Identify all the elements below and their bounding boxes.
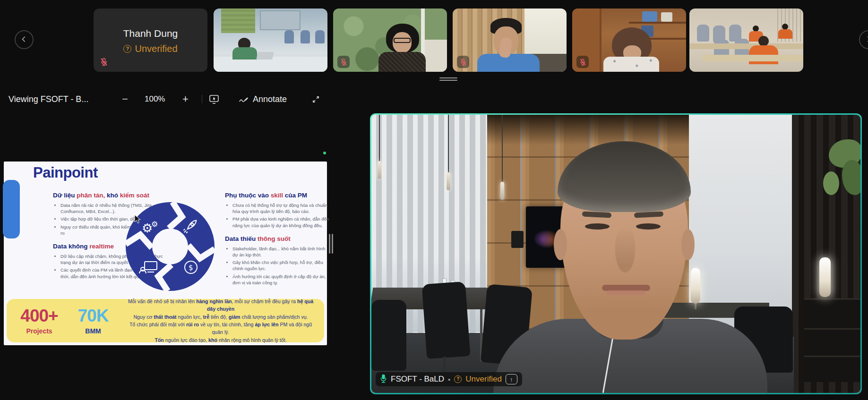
- active-speaker-tile[interactable]: FSOFT - BaLD • ? Unverified ↑: [370, 113, 862, 394]
- bullet-item: Chưa có hệ thống hỗ trợ tự động hóa và c…: [232, 202, 330, 214]
- pendant-lamp: [502, 115, 503, 182]
- stat-value: 400+: [11, 307, 67, 324]
- annotate-pen-icon: [239, 95, 249, 104]
- popout-button[interactable]: ↑: [506, 374, 517, 384]
- mouse-cursor: [134, 214, 141, 226]
- slide-title: Painpoint: [33, 164, 98, 181]
- slide-section: Phụ thuộc vào skill của PM Chưa có hệ th…: [225, 192, 330, 229]
- speaker-ear: [554, 229, 567, 260]
- remote-control-button[interactable]: [209, 91, 219, 108]
- participant-tile-thanh-dung[interactable]: Thanh Dung ? Unverified: [94, 9, 207, 72]
- participant-tile-video-6[interactable]: [689, 9, 803, 72]
- previous-participants-button[interactable]: [15, 30, 34, 49]
- stat-label: BMM: [67, 327, 119, 335]
- strip-resize-handle[interactable]: [439, 76, 457, 82]
- slide-stats-banner: 400+ Projects 70K BMM Mỗi vấn đề nhỏ sẽ …: [7, 299, 324, 342]
- glowing-table-lamp: [819, 257, 831, 297]
- thumbnail-sofa: [425, 40, 447, 72]
- participant-nameplate: Thanh Dung ? Unverified: [94, 9, 207, 72]
- participant-name: Thanh Dung: [123, 28, 178, 39]
- expand-icon: [311, 95, 320, 104]
- verification-label: Unverified: [135, 43, 177, 54]
- svg-text:$: $: [189, 264, 193, 272]
- next-participants-button[interactable]: [859, 30, 868, 49]
- section-heading: Phụ thuộc vào skill của PM: [225, 192, 330, 200]
- slide-blue-tab: [3, 180, 20, 238]
- speaker-eye: [636, 223, 661, 230]
- speaker-video: FSOFT - BaLD • ? Unverified ↑: [371, 115, 860, 393]
- slide-section: Data thiếu thông suốt Stakeholder, lãnh …: [225, 235, 330, 286]
- thumbnail-person-glasses: [394, 38, 411, 43]
- viewing-toolbar: Viewing FSOFT - B... − 100% + Annotate: [0, 91, 359, 108]
- ceiling-shadow: [487, 115, 690, 145]
- section-bullets: Chưa có hệ thống hỗ trợ tự động hóa và c…: [225, 202, 330, 229]
- speaker-nose: [615, 227, 635, 272]
- thumbnail-books: [642, 11, 657, 22]
- shared-screen-slide: Painpoint Dữ liệu phân tán, khó kiểm soá…: [4, 162, 327, 345]
- stat-label: Projects: [11, 327, 67, 335]
- thumbnail-person-body: [778, 29, 792, 39]
- banner-line: Nguy cơ thất thoát nguồn lực, trễ tiến đ…: [126, 313, 316, 321]
- arrow-up-icon: ↑: [510, 376, 513, 383]
- muted-mic-icon: [337, 56, 350, 68]
- meeting-window: Thanh Dung ? Unverified: [0, 0, 868, 400]
- office-chair: [422, 281, 471, 359]
- annotate-button[interactable]: Annotate: [239, 91, 287, 108]
- monitor-cursor-icon: [209, 94, 219, 104]
- speaker-eye: [585, 223, 610, 230]
- participant-tile-video-3[interactable]: [333, 9, 447, 72]
- bullet-item: PM phải dựa vào kinh nghiệm cá nhân, dẫn…: [232, 216, 330, 228]
- participant-tile-video-2[interactable]: [214, 9, 327, 72]
- thumbnail-books: [661, 12, 672, 22]
- zoom-out-button[interactable]: −: [122, 91, 128, 108]
- pendant-lamp: [379, 115, 380, 161]
- thumbnail-chair: [301, 30, 310, 43]
- speaker-ear: [681, 229, 695, 260]
- thumbnail-chair: [284, 30, 294, 43]
- svg-text:⚙: ⚙: [151, 220, 158, 229]
- participant-verification: ? Unverified: [123, 43, 177, 54]
- thumbnail-person-body: [603, 57, 659, 72]
- fullscreen-button[interactable]: [311, 91, 320, 108]
- thumbnail-person-body: [378, 52, 426, 72]
- zoom-in-button[interactable]: +: [182, 91, 189, 108]
- speaker-lip: [607, 290, 645, 295]
- lamp-stem: [695, 303, 696, 309]
- plant: [823, 171, 839, 195]
- pane-resize-handle[interactable]: [329, 234, 335, 254]
- annotate-label: Annotate: [253, 94, 287, 104]
- live-mic-icon: [380, 374, 387, 385]
- office-chair: [371, 300, 406, 371]
- thumbnail-chair: [697, 25, 709, 42]
- muted-mic-icon: [457, 56, 469, 68]
- thumbnail-table: [689, 43, 803, 49]
- banner-line: Tổ chức phải đối mặt với rủi ro về uy tí…: [126, 321, 316, 336]
- thumbnail-person-head: [758, 36, 769, 46]
- section-heading: Dữ liệu phân tán, khó kiểm soát: [53, 192, 172, 200]
- thumbnail-laptop: [256, 52, 274, 60]
- toolbar-divider: [202, 95, 202, 103]
- cabinet: [804, 298, 860, 382]
- chevron-right-icon: [864, 35, 868, 45]
- wall-speaker: [511, 231, 524, 248]
- bullet-item: Ảnh hưởng tới các quyết định ở cấp độ dự…: [232, 273, 330, 286]
- speaker-name: FSOFT - BaLD: [391, 374, 444, 384]
- separator-dot: •: [448, 375, 450, 383]
- glowing-table-lamp: [691, 268, 700, 304]
- slide-right-column: Phụ thuộc vào skill của PM Chưa có hệ th…: [225, 192, 330, 292]
- thumbnail-person-body: [232, 47, 257, 60]
- speaker-verification: Unverified: [465, 374, 502, 384]
- muted-mic-icon: [576, 56, 589, 68]
- participant-tile-video-4[interactable]: [453, 9, 567, 72]
- participant-tile-video-5[interactable]: [572, 9, 686, 72]
- zoom-level-dropdown[interactable]: 100%: [145, 91, 165, 108]
- chevron-left-icon: [20, 35, 28, 45]
- viewing-title: Viewing FSOFT - B...: [9, 91, 88, 108]
- stat-projects: 400+ Projects: [11, 307, 67, 335]
- stat-bmm: 70K BMM: [67, 307, 119, 335]
- thumbnail-table: [703, 55, 803, 61]
- thumbnail-projector-screen: [260, 10, 301, 30]
- pendant-lamp: [448, 115, 449, 172]
- speaker-nametag: FSOFT - BaLD • ? Unverified ↑: [376, 372, 522, 386]
- section-heading: Data thiếu thông suốt: [225, 235, 330, 243]
